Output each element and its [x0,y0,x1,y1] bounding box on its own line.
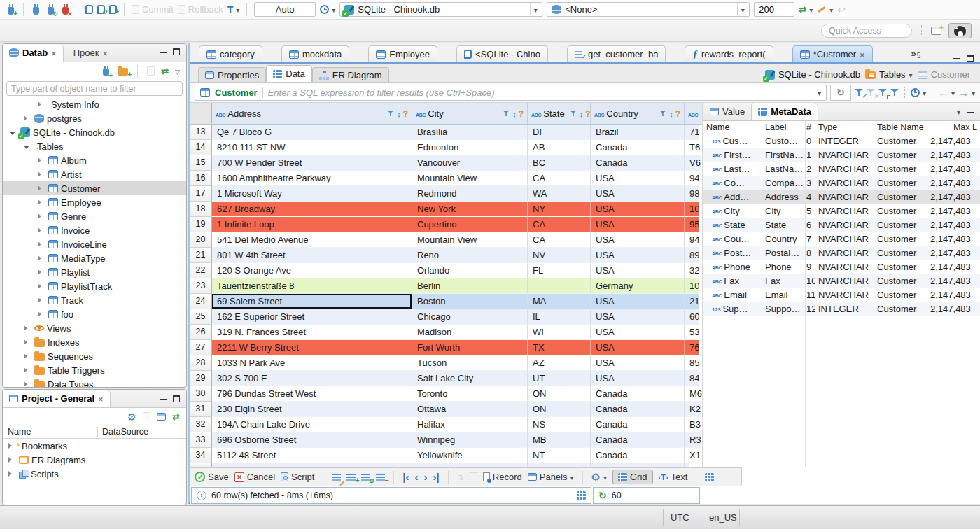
apply-filter-icon[interactable] [855,88,863,97]
schema-combo[interactable]: <None> [547,2,750,17]
meta-maxlength-cell[interactable]: 2,147,483 [927,162,975,176]
minimize-icon[interactable] [160,395,167,400]
metadata-column-header[interactable]: Name [704,121,762,134]
city-cell[interactable]: Mountain View [412,171,528,186]
previous-row-icon[interactable] [415,472,419,482]
dbeaver-perspective-button[interactable] [948,23,972,38]
edit-value-icon[interactable] [332,473,341,481]
new-folder-icon[interactable] [118,68,128,76]
postalcode-cell[interactable]: V6 [685,155,701,171]
country-cell[interactable]: USA [591,232,685,248]
metadata-row[interactable]: Fax Fax 10 NVARCHAR Customer 2,147,483 [704,274,980,288]
country-cell[interactable]: USA [591,263,685,278]
tree-item[interactable]: PlaylistTrack [3,279,186,293]
address-cell[interactable]: 69 Salem Street [212,294,412,309]
postalcode-cell[interactable]: 85 [685,355,699,371]
table-row[interactable]: 34 5112 48 Street Yellowknife NT Canada … [190,448,702,463]
tab-overflow-button[interactable]: 5 [911,48,920,62]
state-cell[interactable]: FL [528,263,591,278]
state-cell[interactable]: CA [528,217,591,232]
expand-arrow[interactable] [38,157,46,164]
city-cell[interactable]: Vancouver [412,155,528,171]
locale-indicator[interactable]: en_US [709,506,737,529]
meta-type-cell[interactable]: NVARCHAR [816,148,874,162]
row-number-cell[interactable]: 15 [190,155,212,171]
save-button[interactable]: Save [195,472,229,482]
column-header[interactable]: Address [212,103,412,124]
meta-ordinal-cell[interactable]: 8 [806,246,816,260]
postalcode-cell[interactable]: 10 [685,278,699,294]
project-tab[interactable]: Project - General [3,390,111,407]
metadata-row[interactable]: First… FirstNa… 1 NVARCHAR Customer 2,14… [704,148,980,162]
postalcode-cell[interactable]: 10 [685,202,699,217]
tree-item[interactable]: Data Types [3,377,186,388]
sort-icon[interactable] [397,108,401,119]
meta-name-cell[interactable]: Cus… [704,134,762,148]
meta-name-cell[interactable]: Post… [704,246,762,260]
tree-item[interactable]: Artist [3,167,186,181]
meta-name-cell[interactable]: City [704,204,762,218]
editor-tab[interactable]: *Customer [792,45,873,62]
city-cell[interactable]: Chicago [412,309,528,325]
fetch-all-icon[interactable] [470,472,477,481]
postalcode-cell[interactable]: B3 [685,417,701,432]
postalcode-cell[interactable]: 53 [685,325,699,340]
editor-subtab[interactable]: Data [266,65,312,82]
expand-arrow[interactable] [38,171,46,178]
postalcode-cell[interactable]: 89 [685,248,699,263]
meta-label-cell[interactable]: Email [762,288,806,302]
row-number-cell[interactable]: 21 [190,248,212,263]
link-with-editor-icon[interactable] [172,411,180,422]
state-cell[interactable]: NV [528,248,591,263]
meta-label-cell[interactable]: Compa… [762,176,806,190]
meta-label-cell[interactable]: State [762,218,806,232]
sort-icon[interactable] [669,108,673,119]
fetch-next-page-icon[interactable] [457,472,464,482]
reconnect-icon[interactable] [48,7,54,15]
meta-label-cell[interactable]: Custo… [762,134,806,148]
expand-arrow[interactable] [38,213,46,220]
country-cell[interactable]: USA [591,202,685,217]
tree-item[interactable]: Playlist [3,265,186,279]
column-header[interactable]: Country [591,103,685,124]
history-button[interactable] [320,4,335,15]
table-row[interactable]: 26 319 N. Frances Street Madison WI USA … [190,325,702,340]
state-cell[interactable]: AB [528,140,591,155]
meta-label-cell[interactable]: Suppo… [762,302,806,316]
address-cell[interactable]: 319 N. Frances Street [212,325,412,340]
state-cell[interactable]: MB [528,432,591,448]
row-number-cell[interactable]: 32 [190,417,212,432]
expand-arrow[interactable] [24,339,31,346]
row-number-cell[interactable]: 34 [190,448,212,463]
city-cell[interactable]: Orlando [412,263,528,278]
meta-table-cell[interactable]: Customer [874,246,927,260]
breadcrumb-entity[interactable]: Customer [918,69,970,80]
meta-ordinal-cell[interactable]: 6 [806,218,816,232]
breadcrumb-connection[interactable]: SQLite - Chinook.db [765,69,860,80]
address-cell[interactable]: 2211 W Berry Street [212,340,412,355]
tree-item[interactable]: Album [3,153,186,167]
address-cell[interactable]: 120 S Orange Ave [212,263,412,278]
city-cell[interactable]: Halifax [412,417,528,432]
tree-item[interactable]: Table Triggers [3,363,186,377]
tree-item[interactable]: System Info [3,97,186,111]
meta-maxlength-cell[interactable]: 2,147,483 [927,288,975,302]
meta-label-cell[interactable]: LastNa… [762,162,806,176]
column-info-icon[interactable] [585,108,590,119]
metadata-tab[interactable]: Value [704,103,751,120]
country-cell[interactable]: Canada [591,155,685,171]
country-cell[interactable]: USA [591,248,685,263]
row-number-cell[interactable]: 29 [190,371,212,386]
roll back-button[interactable]: Rollback [178,4,223,15]
table-row[interactable]: 27 2211 W Berry Street Fort Worth TX USA… [190,340,702,355]
tree-item[interactable]: Sequences [3,349,186,363]
metadata-tab[interactable]: MetaData [751,103,818,120]
state-cell[interactable] [528,278,591,294]
row-number-cell[interactable]: 20 [190,232,212,248]
collapse-all-icon[interactable] [143,412,150,421]
address-cell[interactable]: 1600 Amphitheatre Parkway [212,171,412,186]
connection-combo[interactable]: SQLite - Chinook.db [340,2,542,17]
meta-ordinal-cell[interactable]: 12 [806,302,816,316]
filter-expression-box[interactable]: Customer [195,85,827,101]
maximize-icon[interactable] [173,395,180,402]
